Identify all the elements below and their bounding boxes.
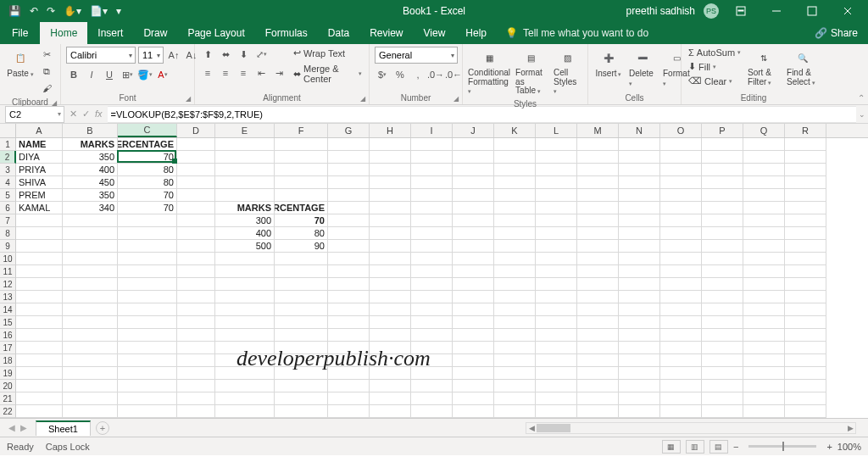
- cell-F15[interactable]: [275, 316, 328, 329]
- cell-R15[interactable]: [785, 316, 826, 329]
- cell-L10[interactable]: [536, 253, 577, 265]
- cell-I11[interactable]: [411, 265, 453, 278]
- cell-I14[interactable]: [411, 303, 453, 316]
- cell-L22[interactable]: [536, 405, 577, 418]
- cell-D13[interactable]: [177, 291, 215, 303]
- cell-C13[interactable]: [118, 291, 177, 303]
- cell-P13[interactable]: [702, 291, 743, 303]
- cell-E22[interactable]: [215, 405, 275, 418]
- cell-I17[interactable]: [411, 342, 453, 354]
- cell-Q9[interactable]: [743, 240, 785, 253]
- cell-H3[interactable]: [370, 164, 411, 176]
- cell-L19[interactable]: [536, 367, 577, 380]
- cell-M21[interactable]: [577, 392, 619, 405]
- tab-data[interactable]: Data: [318, 22, 359, 44]
- cell-Q18[interactable]: [743, 354, 785, 367]
- cell-H16[interactable]: [370, 329, 411, 342]
- cell-G10[interactable]: [328, 253, 370, 265]
- cell-F8[interactable]: 80: [275, 227, 328, 240]
- row-header-1[interactable]: 1: [0, 138, 16, 151]
- page-layout-view-icon[interactable]: ▥: [686, 440, 704, 454]
- cell-C20[interactable]: [118, 380, 177, 392]
- cell-A2[interactable]: DIYA: [16, 151, 63, 164]
- cell-P6[interactable]: [702, 202, 743, 214]
- cell-R18[interactable]: [785, 354, 826, 367]
- cell-C8[interactable]: [118, 227, 177, 240]
- cell-E17[interactable]: [215, 342, 275, 354]
- underline-button[interactable]: U: [102, 67, 117, 82]
- cell-Q4[interactable]: [743, 176, 785, 189]
- cell-O6[interactable]: [660, 202, 702, 214]
- increase-indent-icon[interactable]: ⇥: [271, 65, 287, 81]
- cell-G15[interactable]: [328, 316, 370, 329]
- cell-L9[interactable]: [536, 240, 577, 253]
- cell-K9[interactable]: [494, 240, 536, 253]
- cell-Q8[interactable]: [743, 227, 785, 240]
- cell-N2[interactable]: [619, 151, 660, 164]
- cell-E4[interactable]: [215, 176, 275, 189]
- sheet-nav-next-icon[interactable]: ▶: [20, 423, 27, 432]
- cell-styles-button[interactable]: ▨Cell Styles: [552, 47, 582, 97]
- cell-N1[interactable]: [619, 138, 660, 151]
- cell-A16[interactable]: [16, 329, 63, 342]
- cell-D20[interactable]: [177, 380, 215, 392]
- cell-E3[interactable]: [215, 164, 275, 176]
- cell-N9[interactable]: [619, 240, 660, 253]
- cell-E6[interactable]: MARKS: [215, 202, 275, 214]
- percent-icon[interactable]: %: [392, 67, 408, 82]
- cell-A14[interactable]: [16, 303, 63, 316]
- cell-Q16[interactable]: [743, 329, 785, 342]
- cell-L2[interactable]: [536, 151, 577, 164]
- cell-E8[interactable]: 400: [215, 227, 275, 240]
- cell-D2[interactable]: [177, 151, 215, 164]
- cell-P20[interactable]: [702, 380, 743, 392]
- cell-B2[interactable]: 350: [63, 151, 118, 164]
- cell-R5[interactable]: [785, 189, 826, 202]
- cell-A3[interactable]: PRIYA: [16, 164, 63, 176]
- find-select-button[interactable]: 🔍Find & Select: [785, 47, 821, 88]
- cell-M12[interactable]: [577, 278, 619, 291]
- col-header-P[interactable]: P: [702, 124, 743, 137]
- cell-G9[interactable]: [328, 240, 370, 253]
- sort-filter-button[interactable]: ⇅Sort & Filter: [746, 47, 782, 88]
- cell-O10[interactable]: [660, 253, 702, 265]
- cell-J10[interactable]: [453, 253, 494, 265]
- cell-M16[interactable]: [577, 329, 619, 342]
- tab-home[interactable]: Home: [40, 22, 87, 44]
- close-icon[interactable]: [834, 0, 861, 22]
- cell-J12[interactable]: [453, 278, 494, 291]
- col-header-Q[interactable]: Q: [743, 124, 785, 137]
- cell-I10[interactable]: [411, 253, 453, 265]
- cell-Q14[interactable]: [743, 303, 785, 316]
- cell-A5[interactable]: PREM: [16, 189, 63, 202]
- cell-L4[interactable]: [536, 176, 577, 189]
- cell-M7[interactable]: [577, 214, 619, 227]
- name-box[interactable]: C2: [5, 106, 64, 123]
- cell-M3[interactable]: [577, 164, 619, 176]
- cell-M8[interactable]: [577, 227, 619, 240]
- accounting-icon[interactable]: $: [375, 67, 390, 82]
- cell-M17[interactable]: [577, 342, 619, 354]
- page-break-view-icon[interactable]: ▤: [709, 440, 728, 454]
- cell-E7[interactable]: 300: [215, 214, 275, 227]
- cell-Q11[interactable]: [743, 265, 785, 278]
- row-header-16[interactable]: 16: [0, 329, 16, 342]
- tab-review[interactable]: Review: [359, 22, 413, 44]
- cell-J9[interactable]: [453, 240, 494, 253]
- cell-D17[interactable]: [177, 342, 215, 354]
- tab-formulas[interactable]: Formulas: [255, 22, 318, 44]
- cell-O8[interactable]: [660, 227, 702, 240]
- delete-cells-button[interactable]: ➖Delete: [627, 47, 658, 89]
- cell-E2[interactable]: [215, 151, 275, 164]
- cell-Q12[interactable]: [743, 278, 785, 291]
- share-button[interactable]: 🔗 Share: [804, 22, 868, 44]
- cell-R19[interactable]: [785, 367, 826, 380]
- row-header-17[interactable]: 17: [0, 342, 16, 354]
- cell-F21[interactable]: [275, 392, 328, 405]
- cell-I20[interactable]: [411, 380, 453, 392]
- cell-O11[interactable]: [660, 265, 702, 278]
- cell-B8[interactable]: [63, 227, 118, 240]
- minimize-icon[interactable]: [763, 0, 790, 22]
- cancel-formula-icon[interactable]: ✕: [70, 109, 77, 120]
- cell-A10[interactable]: [16, 253, 63, 265]
